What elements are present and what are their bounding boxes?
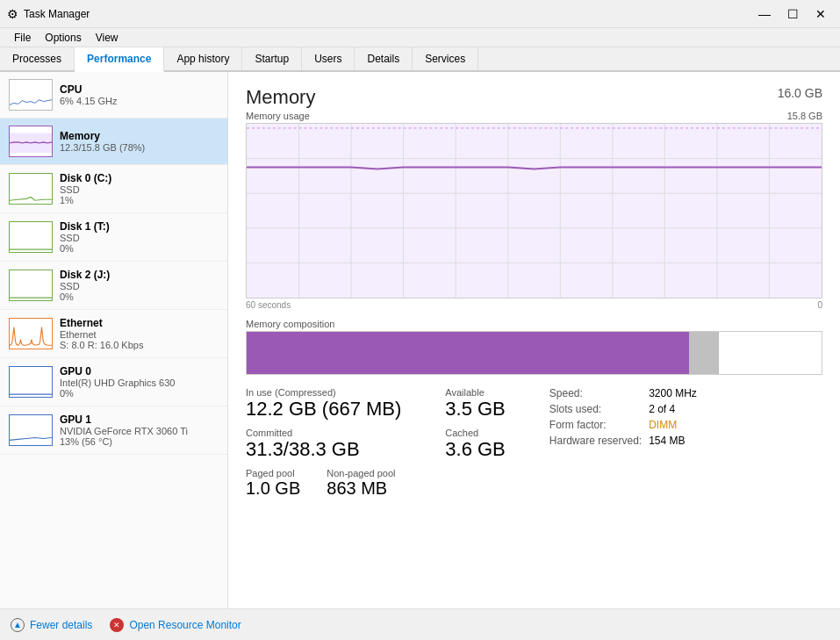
gpu1-sub1: NVIDIA GeForce RTX 3060 Ti <box>60 426 219 436</box>
sidebar-item-disk1[interactable]: Disk 1 (T:) SSD 0% <box>0 213 227 262</box>
sidebar-item-memory[interactable]: Memory 12.3/15.8 GB (78%) <box>0 119 227 165</box>
gpu1-sub2: 13% (56 °C) <box>60 436 219 447</box>
tab-processes[interactable]: Processes <box>0 47 75 70</box>
usage-max: 15.8 GB <box>787 111 822 121</box>
tab-services[interactable]: Services <box>413 47 478 70</box>
tab-users[interactable]: Users <box>302 47 355 70</box>
non-paged-label: Non-paged pool <box>327 468 395 478</box>
gpu0-info: GPU 0 Intel(R) UHD Graphics 630 0% <box>60 365 219 399</box>
stats-left: In use (Compressed) 12.2 GB (667 MB) Com… <box>246 387 401 499</box>
specs-block: Speed: 3200 MHz Slots used: 2 of 4 Form … <box>549 387 697 499</box>
tab-app-history[interactable]: App history <box>164 47 242 70</box>
sidebar-item-gpu1[interactable]: GPU 1 NVIDIA GeForce RTX 3060 Ti 13% (56… <box>0 406 227 455</box>
sidebar-item-disk2[interactable]: Disk 2 (J:) SSD 0% <box>0 262 227 310</box>
speed-label: Speed: <box>549 387 649 403</box>
panel-header: Memory 16.0 GB <box>246 86 822 109</box>
maximize-button[interactable]: ☐ <box>780 5 805 23</box>
tab-startup[interactable]: Startup <box>242 47 302 70</box>
disk0-sub1: SSD <box>60 184 219 195</box>
minimize-button[interactable]: — <box>752 5 777 23</box>
composition-bar <box>246 331 822 375</box>
speed-value: 3200 MHz <box>649 387 697 403</box>
sidebar-item-disk0[interactable]: Disk 0 (C:) SSD 1% <box>0 165 227 213</box>
resource-monitor-icon: ✕ <box>110 618 124 632</box>
panel-title: Memory <box>246 86 315 109</box>
ethernet-thumbnail <box>9 318 53 349</box>
menu-file[interactable]: File <box>7 30 38 45</box>
composition-section: Memory composition <box>246 319 822 375</box>
specs-form-row: Form factor: DIMM <box>549 419 697 435</box>
in-use-label: In use (Compressed) <box>246 387 401 398</box>
cached-value: 3.6 GB <box>445 438 505 461</box>
sidebar-item-gpu0[interactable]: GPU 0 Intel(R) UHD Graphics 630 0% <box>0 358 227 406</box>
hw-label: Hardware reserved: <box>549 435 649 447</box>
ethernet-sub2: S: 8.0 R: 16.0 Kbps <box>60 340 219 350</box>
in-use-block: In use (Compressed) 12.2 GB (667 MB) <box>246 387 401 421</box>
committed-block: Committed 31.3/38.3 GB <box>246 428 401 461</box>
fewer-details-label: Fewer details <box>30 619 92 631</box>
ethernet-sub1: Ethernet <box>60 329 219 340</box>
comp-free <box>718 332 822 374</box>
available-value: 3.5 GB <box>445 398 505 421</box>
cpu-title: CPU <box>60 83 219 96</box>
form-label: Form factor: <box>549 419 649 435</box>
specs-speed-row: Speed: 3200 MHz <box>549 387 697 403</box>
time-end: 0 <box>817 300 822 310</box>
committed-value: 31.3/38.3 GB <box>246 438 401 461</box>
non-paged-block: Non-paged pool 863 MB <box>327 468 395 499</box>
paged-value: 1.0 GB <box>246 478 300 499</box>
ethernet-title: Ethernet <box>60 317 219 329</box>
app-icon: ⚙ <box>7 7 18 21</box>
slots-label: Slots used: <box>549 403 649 419</box>
paged-pool-block: Paged pool 1.0 GB <box>246 468 300 499</box>
panel-total: 16.0 GB <box>778 86 822 100</box>
gpu0-thumbnail <box>9 366 53 398</box>
stats-middle: Available 3.5 GB Cached 3.6 GB <box>445 387 505 499</box>
panel-total-block: 16.0 GB <box>778 86 822 100</box>
sidebar-item-ethernet[interactable]: Ethernet Ethernet S: 8.0 R: 16.0 Kbps <box>0 310 227 358</box>
specs-hw-row: Hardware reserved: 154 MB <box>549 435 697 447</box>
disk0-title: Disk 0 (C:) <box>60 172 219 184</box>
tab-performance[interactable]: Performance <box>75 47 164 72</box>
specs-slots-row: Slots used: 2 of 4 <box>549 403 697 419</box>
sidebar: CPU 6% 4.15 GHz Memory 12.3/15.8 GB (78%… <box>0 72 228 608</box>
menu-options[interactable]: Options <box>38 30 88 45</box>
open-resource-monitor-link[interactable]: ✕ Open Resource Monitor <box>110 618 241 632</box>
main-content: CPU 6% 4.15 GHz Memory 12.3/15.8 GB (78%… <box>0 72 840 608</box>
disk1-sub2: 0% <box>60 243 219 254</box>
disk1-info: Disk 1 (T:) SSD 0% <box>60 220 219 254</box>
gpu1-title: GPU 1 <box>60 413 219 426</box>
memory-sub: 12.3/15.8 GB (78%) <box>60 142 219 153</box>
comp-standby <box>689 332 718 374</box>
specs-table: Speed: 3200 MHz Slots used: 2 of 4 Form … <box>549 387 697 447</box>
memory-usage-svg <box>247 124 822 298</box>
disk2-thumbnail <box>9 270 53 301</box>
disk0-sub2: 1% <box>60 195 219 205</box>
close-button[interactable]: ✕ <box>808 5 833 23</box>
non-paged-value: 863 MB <box>327 478 395 499</box>
form-value: DIMM <box>649 419 697 435</box>
menu-bar: File Options View <box>0 28 840 47</box>
gpu1-thumbnail <box>9 414 53 446</box>
disk2-info: Disk 2 (J:) SSD 0% <box>60 269 219 302</box>
disk1-sub1: SSD <box>60 233 219 243</box>
hw-value: 154 MB <box>649 435 697 447</box>
disk0-info: Disk 0 (C:) SSD 1% <box>60 172 219 205</box>
disk1-thumbnail <box>9 221 53 253</box>
gpu1-info: GPU 1 NVIDIA GeForce RTX 3060 Ti 13% (56… <box>60 413 219 447</box>
available-block: Available 3.5 GB <box>445 387 505 421</box>
title-bar-left: ⚙ Task Manager <box>7 7 90 21</box>
gpu0-sub1: Intel(R) UHD Graphics 630 <box>60 378 219 388</box>
sidebar-item-cpu[interactable]: CPU 6% 4.15 GHz <box>0 72 227 119</box>
app-title: Task Manager <box>24 8 90 20</box>
paged-label: Paged pool <box>246 468 300 478</box>
fewer-details-link[interactable]: ▲ Fewer details <box>11 618 92 632</box>
tab-details[interactable]: Details <box>355 47 413 70</box>
tab-bar: Processes Performance App history Startu… <box>0 47 840 72</box>
menu-view[interactable]: View <box>89 30 126 45</box>
memory-thumbnail <box>9 126 53 157</box>
committed-label: Committed <box>246 428 401 438</box>
stats-area: In use (Compressed) 12.2 GB (667 MB) Com… <box>246 387 822 499</box>
disk2-sub1: SSD <box>60 281 219 291</box>
title-bar-controls: — ☐ ✕ <box>752 5 833 23</box>
